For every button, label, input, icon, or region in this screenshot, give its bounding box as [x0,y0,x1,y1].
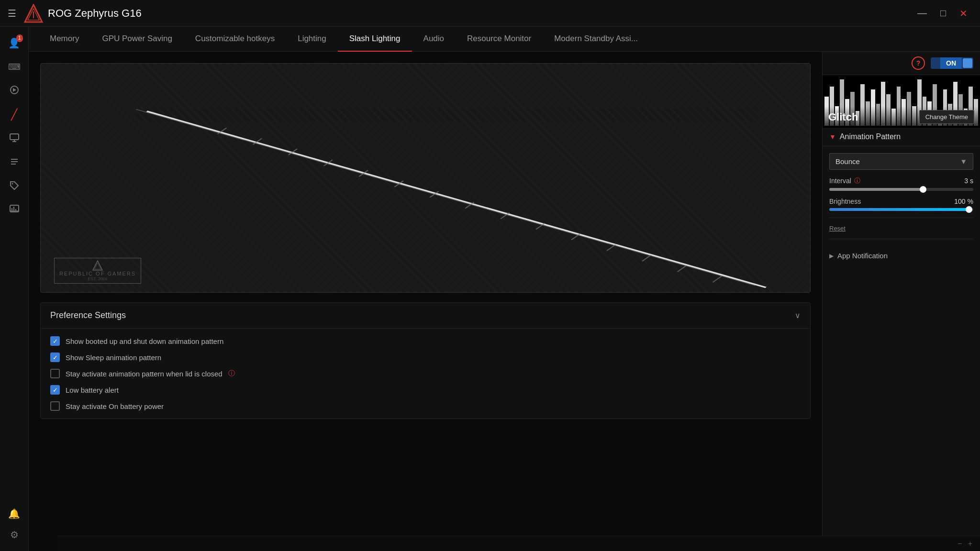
svg-line-25 [465,202,474,209]
preview-background: REPUBLIC OF GAMERS EST. 2006 [41,64,810,292]
republic-text: REPUBLIC OF GAMERS [59,271,136,276]
pref-label-battery-power: Stay activate On battery power [66,402,164,410]
svg-line-24 [430,191,438,198]
main-content: Memory GPU Power Saving Customizable hot… [29,27,980,551]
sidebar-item-notifications[interactable]: 🔔 [4,503,25,524]
window-controls: — □ ✕ [913,6,972,21]
sidebar-item-monitor[interactable] [4,200,25,221]
tools-icon [9,156,20,169]
svg-line-19 [253,138,262,144]
checkbox-battery-power[interactable] [50,401,60,411]
left-panel: REPUBLIC OF GAMERS EST. 2006 Preference … [29,52,822,551]
svg-marker-34 [94,263,100,269]
content-area: REPUBLIC OF GAMERS EST. 2006 Preference … [29,52,980,551]
pref-label-booted: Show booted up and shut down animation p… [66,337,223,345]
theme-preview: Glitch Change Theme [823,75,980,128]
interval-slider-track[interactable] [829,188,973,191]
right-body: Bounce ▼ Interval ⓘ 3 s [823,146,980,246]
svg-rect-4 [10,134,19,140]
lid-info-icon[interactable]: ⓘ [228,369,235,378]
sidebar-item-settings[interactable]: ⚙ [4,524,25,545]
pref-item-booted: Show booted up and shut down animation p… [50,336,801,346]
preference-settings-header[interactable]: Preference Settings ∨ [41,303,810,329]
pref-item-battery-power: Stay activate On battery power [50,401,801,411]
power-toggle[interactable]: ON [931,57,973,69]
app-title: ROG Zephyrus G16 [48,7,142,20]
pattern-dropdown[interactable]: Bounce ▼ [829,153,973,170]
tab-lighting[interactable]: Lighting [286,27,338,52]
toggle-off-label [931,61,940,65]
interval-slider-thumb[interactable] [920,186,926,193]
sidebar-item-keyboard[interactable]: ⌨ [4,56,25,77]
est-text: EST. 2006 [88,276,108,281]
close-button[interactable]: ✕ [955,6,972,21]
checkbox-lid[interactable] [50,369,60,378]
slash-preview: REPUBLIC OF GAMERS EST. 2006 [40,63,811,293]
svg-line-16 [147,111,766,287]
svg-line-20 [289,149,297,155]
svg-line-18 [218,128,226,134]
brightness-slider-track[interactable] [829,208,973,211]
minimize-button[interactable]: — [913,6,932,21]
interval-slider-fill [829,188,923,191]
hamburger-menu-icon[interactable]: ☰ [8,8,16,19]
tag-icon [9,180,20,193]
interval-label-row: Interval ⓘ 3 s [829,176,973,185]
tab-memory[interactable]: Memory [38,27,90,52]
sidebar-item-tools[interactable] [4,152,25,173]
pref-label-sleep: Show Sleep animation pattern [66,353,161,362]
sidebar-item-audio[interactable] [4,80,25,101]
change-theme-button[interactable]: Change Theme [919,110,974,124]
pattern-dropdown-value: Bounce [835,157,860,165]
svg-point-10 [11,183,13,184]
tab-resource-monitor[interactable]: Resource Monitor [456,27,543,52]
divider2 [829,239,973,239]
pref-item-lid: Stay activate animation pattern when lid… [50,369,801,378]
theme-overlay: Glitch Change Theme [823,106,980,128]
sidebar-item-slash[interactable]: ╱ [4,104,25,125]
svg-line-26 [501,213,509,219]
tab-slash-lighting[interactable]: Slash Lighting [338,27,412,52]
tab-hotkeys[interactable]: Customizable hotkeys [184,27,286,52]
audio-icon [9,85,20,98]
checkbox-booted[interactable] [50,336,60,346]
title-bar: ☰ ROG Zephyrus G16 — □ ✕ [0,0,980,27]
svg-line-27 [536,223,545,230]
interval-info-icon[interactable]: ⓘ [854,176,860,185]
animation-pattern-section: ▼ Animation Pattern [823,128,980,146]
zoom-minus-button[interactable]: − [958,540,962,548]
display-icon [9,132,20,145]
toggle-on-label: ON [940,57,962,69]
toggle-knob [963,58,972,68]
tab-audio[interactable]: Audio [412,27,456,52]
nav-tabs: Memory GPU Power Saving Customizable hot… [29,27,980,52]
sidebar-item-display[interactable] [4,128,25,149]
checkbox-sleep[interactable] [50,353,60,362]
reset-link[interactable]: Reset [829,225,973,232]
maximize-button[interactable]: □ [935,6,951,21]
bell-icon: 🔔 [8,508,20,519]
animation-pattern-title: Animation Pattern [840,132,901,141]
checkbox-battery-alert[interactable] [50,385,60,395]
tab-modern-standby[interactable]: Modern Standby Assi... [543,27,649,52]
help-button[interactable]: ? [912,56,925,70]
notif-expand-icon: ▶ [829,253,834,259]
profile-badge: 1 [16,34,23,42]
status-bar: − + [57,536,980,551]
rog-logo [24,4,43,23]
preference-settings-title: Preference Settings [50,310,126,320]
tab-gpu[interactable]: GPU Power Saving [90,27,183,52]
top-control-bar: ? ON [823,52,980,75]
preference-settings-body: Show booted up and shut down animation p… [41,329,810,419]
zoom-plus-button[interactable]: + [968,540,972,548]
brightness-value: 100 % [954,198,973,205]
slash-visualization [41,64,810,292]
sidebar-item-tag[interactable] [4,176,25,197]
svg-line-22 [359,170,368,176]
svg-line-30 [642,255,651,261]
svg-marker-33 [93,261,102,270]
brightness-slider-thumb[interactable] [966,206,972,213]
sidebar-bottom: 🔔 ⚙ [4,503,25,545]
sidebar-item-profile[interactable]: 👤 1 [4,33,25,54]
app-notification-section[interactable]: ▶ App Notification [823,246,980,265]
